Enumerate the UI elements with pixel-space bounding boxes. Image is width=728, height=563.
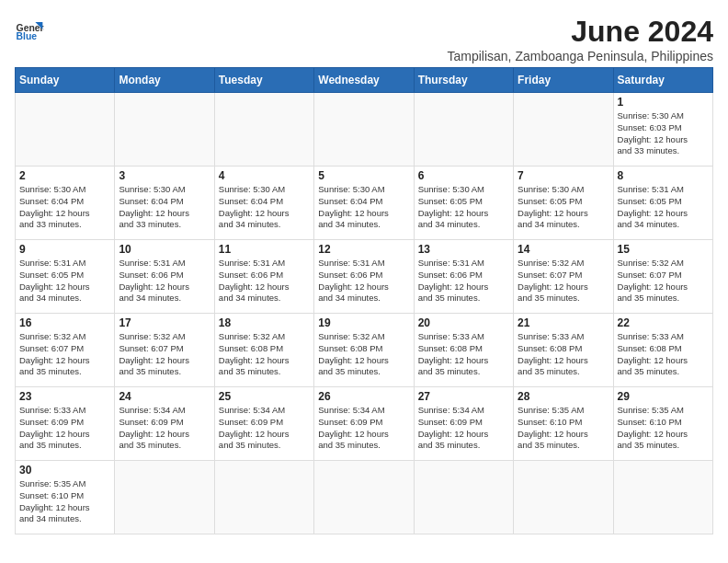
day-number: 17 bbox=[119, 316, 210, 329]
title-block: June 2024 Tampilisan, Zamboanga Peninsul… bbox=[447, 15, 713, 63]
day-info: Sunrise: 5:31 AM Sunset: 6:06 PM Dayligh… bbox=[119, 258, 210, 304]
calendar-week-row: 23Sunrise: 5:33 AM Sunset: 6:09 PM Dayli… bbox=[16, 387, 713, 461]
day-number: 7 bbox=[518, 169, 609, 182]
day-number: 30 bbox=[19, 464, 110, 477]
weekday-header-row: SundayMondayTuesdayWednesdayThursdayFrid… bbox=[16, 68, 713, 93]
day-info: Sunrise: 5:35 AM Sunset: 6:10 PM Dayligh… bbox=[19, 478, 110, 525]
day-number: 2 bbox=[19, 169, 110, 182]
calendar-week-row: 2Sunrise: 5:30 AM Sunset: 6:04 PM Daylig… bbox=[16, 167, 713, 240]
day-info: Sunrise: 5:35 AM Sunset: 6:10 PM Dayligh… bbox=[618, 405, 709, 452]
calendar-day-cell: 28Sunrise: 5:35 AM Sunset: 6:10 PM Dayli… bbox=[514, 387, 613, 461]
calendar-day-cell: 14Sunrise: 5:32 AM Sunset: 6:07 PM Dayli… bbox=[514, 240, 613, 314]
day-number: 8 bbox=[618, 169, 709, 182]
day-info: Sunrise: 5:34 AM Sunset: 6:09 PM Dayligh… bbox=[219, 405, 310, 452]
calendar-day-cell bbox=[314, 93, 414, 167]
calendar-day-cell: 19Sunrise: 5:32 AM Sunset: 6:08 PM Dayli… bbox=[314, 314, 414, 387]
calendar-day-cell bbox=[115, 93, 214, 167]
day-number: 19 bbox=[318, 316, 409, 329]
day-number: 13 bbox=[418, 243, 509, 256]
day-info: Sunrise: 5:33 AM Sunset: 6:08 PM Dayligh… bbox=[518, 331, 609, 378]
day-number: 23 bbox=[19, 390, 110, 403]
calendar-day-cell: 29Sunrise: 5:35 AM Sunset: 6:10 PM Dayli… bbox=[613, 387, 712, 461]
calendar-day-cell: 22Sunrise: 5:33 AM Sunset: 6:08 PM Dayli… bbox=[613, 314, 712, 387]
day-number: 14 bbox=[518, 243, 609, 256]
day-number: 25 bbox=[219, 390, 310, 403]
calendar-day-cell: 30Sunrise: 5:35 AM Sunset: 6:10 PM Dayli… bbox=[16, 461, 115, 534]
calendar-day-cell: 3Sunrise: 5:30 AM Sunset: 6:04 PM Daylig… bbox=[115, 167, 214, 240]
calendar-week-row: 9Sunrise: 5:31 AM Sunset: 6:05 PM Daylig… bbox=[16, 240, 713, 314]
day-number: 5 bbox=[318, 169, 409, 182]
calendar-day-cell: 10Sunrise: 5:31 AM Sunset: 6:06 PM Dayli… bbox=[115, 240, 214, 314]
day-info: Sunrise: 5:33 AM Sunset: 6:08 PM Dayligh… bbox=[418, 331, 509, 378]
day-info: Sunrise: 5:32 AM Sunset: 6:07 PM Dayligh… bbox=[119, 331, 210, 378]
day-info: Sunrise: 5:30 AM Sunset: 6:04 PM Dayligh… bbox=[318, 184, 409, 231]
calendar-day-cell bbox=[514, 93, 613, 167]
weekday-header-wednesday: Wednesday bbox=[314, 68, 414, 93]
calendar-day-cell: 26Sunrise: 5:34 AM Sunset: 6:09 PM Dayli… bbox=[314, 387, 414, 461]
month-year-title: June 2024 bbox=[447, 15, 713, 49]
calendar-day-cell bbox=[414, 93, 513, 167]
day-number: 15 bbox=[618, 243, 709, 256]
day-info: Sunrise: 5:35 AM Sunset: 6:10 PM Dayligh… bbox=[518, 405, 609, 452]
day-number: 9 bbox=[19, 243, 110, 256]
day-number: 1 bbox=[618, 96, 709, 109]
calendar-day-cell: 16Sunrise: 5:32 AM Sunset: 6:07 PM Dayli… bbox=[16, 314, 115, 387]
day-info: Sunrise: 5:33 AM Sunset: 6:09 PM Dayligh… bbox=[19, 405, 110, 452]
weekday-header-thursday: Thursday bbox=[414, 68, 513, 93]
calendar-day-cell: 21Sunrise: 5:33 AM Sunset: 6:08 PM Dayli… bbox=[514, 314, 613, 387]
calendar-week-row: 1Sunrise: 5:30 AM Sunset: 6:03 PM Daylig… bbox=[16, 93, 713, 167]
day-number: 11 bbox=[219, 243, 310, 256]
day-number: 18 bbox=[219, 316, 310, 329]
day-info: Sunrise: 5:30 AM Sunset: 6:04 PM Dayligh… bbox=[219, 184, 310, 231]
day-number: 16 bbox=[19, 316, 110, 329]
weekday-header-friday: Friday bbox=[514, 68, 613, 93]
day-info: Sunrise: 5:30 AM Sunset: 6:05 PM Dayligh… bbox=[418, 184, 509, 231]
calendar-week-row: 16Sunrise: 5:32 AM Sunset: 6:07 PM Dayli… bbox=[16, 314, 713, 387]
calendar-day-cell: 7Sunrise: 5:30 AM Sunset: 6:05 PM Daylig… bbox=[514, 167, 613, 240]
day-number: 20 bbox=[418, 316, 509, 329]
weekday-header-saturday: Saturday bbox=[613, 68, 712, 93]
day-info: Sunrise: 5:30 AM Sunset: 6:05 PM Dayligh… bbox=[518, 184, 609, 231]
day-number: 3 bbox=[119, 169, 210, 182]
calendar-day-cell: 15Sunrise: 5:32 AM Sunset: 6:07 PM Dayli… bbox=[613, 240, 712, 314]
calendar-day-cell bbox=[414, 461, 513, 534]
day-number: 21 bbox=[518, 316, 609, 329]
day-info: Sunrise: 5:32 AM Sunset: 6:07 PM Dayligh… bbox=[618, 258, 709, 304]
day-number: 29 bbox=[618, 390, 709, 403]
calendar-day-cell: 9Sunrise: 5:31 AM Sunset: 6:05 PM Daylig… bbox=[16, 240, 115, 314]
calendar-day-cell bbox=[16, 93, 115, 167]
day-info: Sunrise: 5:32 AM Sunset: 6:08 PM Dayligh… bbox=[318, 331, 409, 378]
day-number: 24 bbox=[119, 390, 210, 403]
calendar-day-cell: 4Sunrise: 5:30 AM Sunset: 6:04 PM Daylig… bbox=[214, 167, 313, 240]
calendar-day-cell: 20Sunrise: 5:33 AM Sunset: 6:08 PM Dayli… bbox=[414, 314, 513, 387]
day-info: Sunrise: 5:30 AM Sunset: 6:04 PM Dayligh… bbox=[19, 184, 110, 231]
day-info: Sunrise: 5:31 AM Sunset: 6:05 PM Dayligh… bbox=[19, 258, 110, 304]
calendar-day-cell: 24Sunrise: 5:34 AM Sunset: 6:09 PM Dayli… bbox=[115, 387, 214, 461]
day-info: Sunrise: 5:34 AM Sunset: 6:09 PM Dayligh… bbox=[318, 405, 409, 452]
day-number: 22 bbox=[618, 316, 709, 329]
calendar-table: SundayMondayTuesdayWednesdayThursdayFrid… bbox=[15, 67, 713, 534]
page-header: General Blue June 2024 Tampilisan, Zambo… bbox=[15, 15, 713, 63]
calendar-day-cell bbox=[613, 461, 712, 534]
day-info: Sunrise: 5:30 AM Sunset: 6:03 PM Dayligh… bbox=[618, 110, 709, 157]
calendar-day-cell: 2Sunrise: 5:30 AM Sunset: 6:04 PM Daylig… bbox=[16, 167, 115, 240]
calendar-day-cell bbox=[314, 461, 414, 534]
day-info: Sunrise: 5:32 AM Sunset: 6:07 PM Dayligh… bbox=[518, 258, 609, 304]
calendar-day-cell: 1Sunrise: 5:30 AM Sunset: 6:03 PM Daylig… bbox=[613, 93, 712, 167]
day-info: Sunrise: 5:34 AM Sunset: 6:09 PM Dayligh… bbox=[119, 405, 210, 452]
day-info: Sunrise: 5:31 AM Sunset: 6:06 PM Dayligh… bbox=[219, 258, 310, 304]
weekday-header-sunday: Sunday bbox=[16, 68, 115, 93]
day-info: Sunrise: 5:30 AM Sunset: 6:04 PM Dayligh… bbox=[119, 184, 210, 231]
logo-icon: General Blue bbox=[15, 15, 44, 44]
day-info: Sunrise: 5:31 AM Sunset: 6:06 PM Dayligh… bbox=[318, 258, 409, 304]
day-info: Sunrise: 5:34 AM Sunset: 6:09 PM Dayligh… bbox=[418, 405, 509, 452]
calendar-day-cell: 25Sunrise: 5:34 AM Sunset: 6:09 PM Dayli… bbox=[214, 387, 313, 461]
calendar-day-cell: 6Sunrise: 5:30 AM Sunset: 6:05 PM Daylig… bbox=[414, 167, 513, 240]
calendar-day-cell: 18Sunrise: 5:32 AM Sunset: 6:08 PM Dayli… bbox=[214, 314, 313, 387]
day-info: Sunrise: 5:32 AM Sunset: 6:08 PM Dayligh… bbox=[219, 331, 310, 378]
day-number: 10 bbox=[119, 243, 210, 256]
calendar-day-cell: 5Sunrise: 5:30 AM Sunset: 6:04 PM Daylig… bbox=[314, 167, 414, 240]
day-info: Sunrise: 5:31 AM Sunset: 6:06 PM Dayligh… bbox=[418, 258, 509, 304]
weekday-header-monday: Monday bbox=[115, 68, 214, 93]
day-number: 26 bbox=[318, 390, 409, 403]
